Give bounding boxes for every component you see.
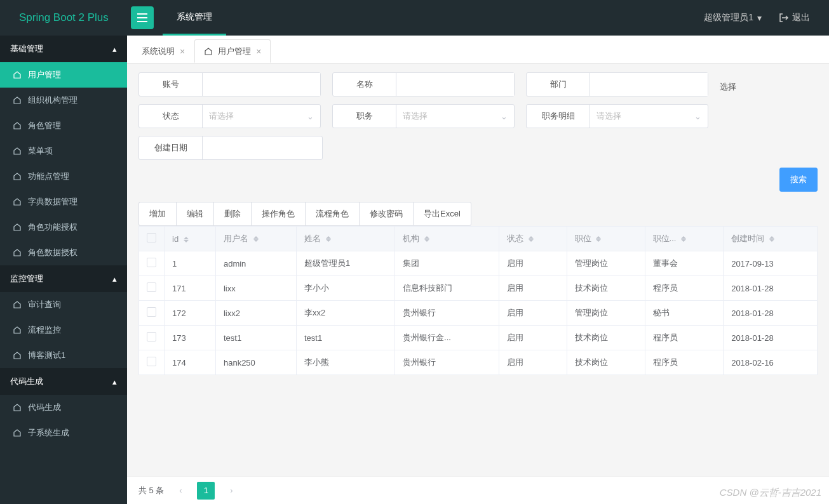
sort-icon[interactable]	[769, 236, 774, 242]
toolbar-button[interactable]: 导出Excel	[413, 202, 471, 226]
sidebar-toggle-button[interactable]	[131, 6, 154, 29]
field-label: 名称	[333, 73, 396, 96]
home-icon	[204, 47, 213, 56]
table-row[interactable]: 171lixx李小小信息科技部门启用技术岗位程序员2018-01-28	[139, 276, 818, 301]
cell-org: 信息科技部门	[395, 276, 499, 301]
choose-link[interactable]: 选择	[720, 72, 736, 96]
sidebar-item-label: 博客测试1	[28, 350, 65, 361]
column-header[interactable]: 状态	[499, 227, 567, 251]
sidebar-item[interactable]: 功能点管理	[0, 164, 127, 189]
sort-icon[interactable]	[184, 237, 189, 242]
column-header[interactable]: 姓名	[296, 227, 394, 251]
row-checkbox[interactable]	[139, 301, 165, 326]
select-placeholder: 请选择	[403, 110, 428, 122]
topbar: Spring Boot 2 Plus 系统管理 超级管理员1 ▾ 退出	[0, 0, 829, 36]
field-label: 职务明细	[527, 105, 590, 128]
page-number[interactable]: 1	[197, 482, 215, 500]
cell-pos: 技术岗位	[567, 276, 645, 301]
sub-tab-label: 系统说明	[142, 46, 175, 57]
sub-tab[interactable]: 系统说明×	[132, 39, 194, 63]
cell-status: 启用	[499, 350, 567, 375]
table-row[interactable]: 1admin超级管理员1集团启用管理岗位董事会2017-09-13	[139, 251, 818, 276]
column-header[interactable]: 用户名	[215, 227, 296, 251]
position-detail-select[interactable]: 请选择 ⌄	[590, 105, 708, 128]
field-position: 职务 请选择 ⌄	[332, 104, 515, 128]
sidebar-item[interactable]: 角色数据授权	[0, 240, 127, 265]
dept-input[interactable]	[590, 73, 708, 96]
table-row[interactable]: 174hank250李小熊贵州银行启用技术岗位程序员2018-02-16	[139, 350, 818, 375]
sidebar-item[interactable]: 角色功能授权	[0, 215, 127, 240]
sidebar-item[interactable]: 子系统生成	[0, 420, 127, 446]
column-header[interactable]: 机构	[395, 227, 499, 251]
chevron-down-icon: ⌄	[694, 112, 701, 121]
cell-status: 启用	[499, 301, 567, 326]
sidebar-item-label: 代码生成	[28, 402, 61, 413]
home-icon	[13, 70, 22, 79]
cell-name: 李小小	[296, 276, 394, 301]
column-header[interactable]: 职位...	[645, 227, 724, 251]
sort-icon[interactable]	[253, 236, 259, 242]
sort-icon[interactable]	[681, 236, 686, 242]
menu-group-header[interactable]: 基础管理▴	[0, 36, 127, 62]
close-icon[interactable]: ×	[256, 46, 261, 56]
logout-button[interactable]: 退出	[779, 12, 810, 23]
sidebar-item[interactable]: 用户管理	[0, 62, 127, 88]
sidebar-item[interactable]: 菜单项	[0, 138, 127, 164]
field-dept: 部门	[526, 72, 708, 96]
position-select[interactable]: 请选择 ⌄	[396, 105, 514, 128]
checkbox-header[interactable]	[139, 227, 165, 251]
cell-org: 贵州银行	[395, 301, 499, 326]
toolbar-button[interactable]: 操作角色	[251, 202, 305, 226]
cell-posd: 董事会	[645, 251, 724, 276]
name-input[interactable]	[396, 73, 514, 96]
search-button[interactable]: 搜索	[779, 168, 818, 192]
status-select[interactable]: 请选择 ⌄	[203, 105, 320, 128]
toolbar-button[interactable]: 增加	[138, 202, 176, 226]
field-label: 账号	[139, 73, 203, 96]
user-dropdown[interactable]: 超级管理员1 ▾	[704, 12, 762, 23]
sort-icon[interactable]	[529, 236, 534, 242]
account-input[interactable]	[203, 73, 320, 96]
sort-icon[interactable]	[424, 236, 429, 242]
toolbar-button[interactable]: 编辑	[176, 202, 213, 226]
main-tab-system[interactable]: 系统管理	[163, 0, 226, 36]
home-icon	[13, 403, 22, 412]
row-checkbox[interactable]	[139, 350, 165, 375]
cell-user: hank250	[215, 350, 296, 375]
row-checkbox[interactable]	[139, 251, 165, 276]
close-icon[interactable]: ×	[180, 46, 185, 56]
column-header[interactable]: id	[165, 227, 216, 251]
page-next-button[interactable]: ›	[222, 482, 240, 500]
cell-id: 173	[165, 326, 216, 350]
main-area: 系统说明×用户管理× 账号 名称 部门 选择 状态 请选择	[127, 36, 829, 504]
column-header[interactable]: 创建时间	[724, 227, 818, 251]
menu-group-header[interactable]: 代码生成▴	[0, 368, 127, 395]
sidebar-item[interactable]: 角色管理	[0, 113, 127, 138]
cell-id: 171	[165, 276, 216, 301]
create-date-input[interactable]	[203, 136, 320, 159]
toolbar-button[interactable]: 删除	[213, 202, 251, 226]
table-row[interactable]: 172lixx2李xx2贵州银行启用管理岗位秘书2018-01-28	[139, 301, 818, 326]
sidebar-item-label: 角色数据授权	[28, 247, 78, 258]
home-icon	[13, 248, 22, 257]
sort-icon[interactable]	[596, 236, 601, 242]
cell-posd: 程序员	[645, 276, 724, 301]
pagination-total: 共 5 条	[138, 485, 164, 496]
sidebar-item[interactable]: 组织机构管理	[0, 88, 127, 113]
toolbar-button[interactable]: 流程角色	[305, 202, 359, 226]
column-header[interactable]: 职位	[567, 227, 645, 251]
row-checkbox[interactable]	[139, 276, 165, 301]
data-table: id 用户名 姓名 机构 状态 职位 职位... 创建时间 1admin超级管理…	[138, 226, 818, 375]
toolbar-button[interactable]: 修改密码	[359, 202, 413, 226]
sidebar-item[interactable]: 审计查询	[0, 292, 127, 317]
sidebar-item[interactable]: 流程监控	[0, 317, 127, 343]
sidebar-item[interactable]: 博客测试1	[0, 343, 127, 368]
sidebar-item[interactable]: 字典数据管理	[0, 189, 127, 215]
sub-tab[interactable]: 用户管理×	[194, 39, 271, 63]
menu-group-header[interactable]: 监控管理▴	[0, 265, 127, 292]
page-prev-button[interactable]: ‹	[172, 482, 189, 500]
row-checkbox[interactable]	[139, 326, 165, 350]
sidebar-item[interactable]: 代码生成	[0, 395, 127, 420]
table-row[interactable]: 173test1test1贵州银行金...启用技术岗位程序员2018-01-28	[139, 326, 818, 350]
sort-icon[interactable]	[326, 236, 331, 242]
